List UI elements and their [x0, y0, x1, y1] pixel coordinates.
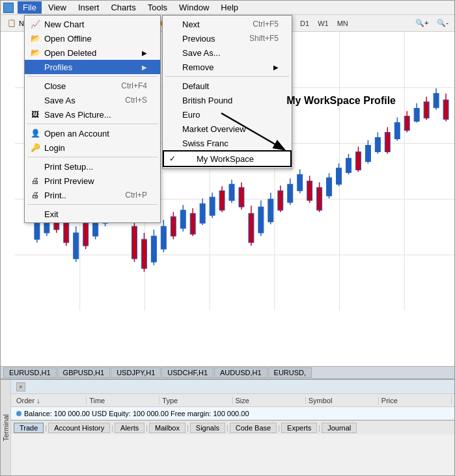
menu-file[interactable]: File: [18, 1, 42, 14]
profiles-submenu: Next Ctrl+F5 Previous Shift+F5 Save As..…: [162, 15, 292, 169]
col-type: Type: [159, 397, 232, 404]
tab-code-base[interactable]: Code Base: [230, 423, 277, 433]
app-window: File View Insert Charts Tools Window Hel…: [0, 0, 455, 476]
menu-new-chart[interactable]: 📈 New Chart: [25, 17, 160, 31]
menu-help[interactable]: Help: [215, 1, 243, 14]
workspace-icon: [182, 153, 193, 164]
tab-trade[interactable]: Trade: [14, 423, 44, 433]
workspace-check-icon: ✓: [169, 154, 176, 163]
profiles-default[interactable]: Default: [163, 79, 292, 93]
profiles-previous-shortcut: Shift+F5: [236, 34, 279, 43]
tab-journal[interactable]: Journal: [322, 423, 357, 433]
menu-save-as-picture[interactable]: 🖼 Save As Picture...: [25, 107, 160, 122]
menu-insert[interactable]: Insert: [73, 1, 105, 14]
print-shortcut: Ctrl+P: [112, 191, 147, 200]
tab-mailbox[interactable]: Mailbox: [149, 423, 186, 433]
profiles-british-pound[interactable]: British Pound: [163, 93, 292, 107]
close-shortcut: Ctrl+F4: [108, 81, 147, 90]
table-header: Order ↓ Time Type Size Symbol Price: [11, 394, 454, 407]
save-as-label: Save As: [44, 96, 76, 105]
chart-tab-usdjpy-h1[interactable]: USDJPY,H1: [111, 367, 161, 378]
terminal-close-button[interactable]: ×: [16, 382, 25, 391]
terminal-panel: Terminal × Order ↓ Time Type Size Symbol…: [1, 379, 454, 475]
profiles-sep-1: [165, 76, 289, 77]
chart-tab-audusd-h1[interactable]: AUDUSD,H1: [214, 367, 268, 378]
profiles-next-label: Next: [182, 20, 200, 29]
menu-open-account[interactable]: 👤 Open an Account: [25, 126, 160, 140]
profiles-save-as-icon: [168, 47, 178, 58]
profiles-swiss-icon: [168, 138, 178, 148]
separator-1: [27, 76, 158, 77]
tab-signals[interactable]: Signals: [190, 423, 225, 433]
menu-profiles[interactable]: Profiles ▶: [25, 60, 160, 74]
menu-open-deleted[interactable]: 📂 Open Deleted ▶: [25, 46, 160, 60]
balance-row: Balance: 100 000.00 USD Equity: 100 000.…: [11, 407, 454, 420]
profiles-swiss-label: Swiss Franc: [182, 139, 228, 148]
new-order-icon: 📋: [7, 18, 17, 29]
exit-icon: [30, 209, 40, 219]
new-chart-label: New Chart: [44, 20, 84, 29]
exit-label: Exit: [44, 209, 59, 219]
menu-print-preview[interactable]: 🖨 Print Preview: [25, 174, 160, 188]
chart-tab-usdchf-h1[interactable]: USDCHF,H1: [161, 367, 214, 378]
timeframe-mn[interactable]: MN: [334, 18, 352, 29]
menu-open-offline[interactable]: 📂 Open Offline: [25, 31, 160, 46]
print-setup-label: Print Setup...: [44, 162, 93, 172]
profiles-arrow: ▶: [142, 64, 147, 71]
print-setup-icon: [30, 161, 40, 172]
open-offline-label: Open Offline: [44, 34, 92, 44]
menu-save-as[interactable]: Save As Ctrl+S: [25, 93, 160, 107]
login-icon: 🔑: [30, 142, 40, 153]
col-price: Price: [379, 397, 452, 404]
menu-print-setup[interactable]: Print Setup...: [25, 159, 160, 174]
profiles-save-as[interactable]: Save As...: [163, 46, 292, 60]
profiles-previous-label: Previous: [182, 34, 215, 44]
separator-3: [27, 157, 158, 157]
menu-close[interactable]: Close Ctrl+F4: [25, 79, 160, 93]
menu-charts[interactable]: Charts: [105, 1, 141, 14]
profiles-euro[interactable]: Euro: [163, 107, 292, 122]
profiles-bp-label: British Pound: [182, 96, 232, 105]
menu-login[interactable]: 🔑 Login: [25, 140, 160, 155]
chart-tab-eurusd-2[interactable]: EURUSD,: [268, 367, 312, 378]
menubar: File View Insert Charts Tools Window Hel…: [1, 1, 454, 15]
menu-window[interactable]: Window: [174, 1, 214, 14]
menu-tools[interactable]: Tools: [143, 1, 172, 14]
chart-tab-gbpusd-h1[interactable]: GBPUSD,H1: [57, 367, 111, 378]
menu-view[interactable]: View: [43, 1, 72, 14]
open-account-label: Open an Account: [44, 129, 109, 139]
tab-alerts[interactable]: Alerts: [115, 423, 145, 433]
print-icon: 🖨: [30, 190, 40, 200]
zoom-in-button[interactable]: 🔍+: [412, 16, 432, 31]
save-picture-icon: 🖼: [30, 109, 40, 120]
chart-tab-eurusd-h1[interactable]: EURUSD,H1: [3, 367, 57, 378]
save-as-icon: [30, 95, 40, 105]
tab-account-history[interactable]: Account History: [48, 423, 110, 433]
profiles-label: Profiles: [44, 62, 72, 72]
new-chart-icon: 📈: [30, 19, 40, 29]
timeframe-d1[interactable]: D1: [297, 18, 312, 29]
zoom-out-button[interactable]: 🔍-: [434, 16, 452, 31]
status-tabs-row: Trade | Account History | Alerts | Mailb…: [11, 420, 454, 434]
menu-exit[interactable]: Exit: [25, 207, 160, 221]
terminal-header: ×: [11, 380, 454, 394]
profiles-previous[interactable]: Previous Shift+F5: [163, 31, 292, 46]
profiles-remove[interactable]: Remove ▶: [163, 60, 292, 74]
chart-tabs-row: EURUSD,H1 GBPUSD,H1 USDJPY,H1 USDCHF,H1 …: [1, 366, 454, 379]
col-symbol: Symbol: [306, 397, 379, 404]
print-preview-icon: 🖨: [30, 176, 40, 186]
profiles-next[interactable]: Next Ctrl+F5: [163, 17, 292, 31]
profiles-swiss-franc[interactable]: Swiss Franc: [163, 136, 292, 150]
profiles-next-shortcut: Ctrl+F5: [240, 20, 279, 29]
close-file-icon: [30, 81, 40, 91]
app-logo: [3, 3, 14, 13]
profiles-my-workspace[interactable]: ✓ My WorkSpace: [163, 150, 292, 167]
profiles-market-overview[interactable]: Market Overview: [163, 122, 292, 136]
open-deleted-label: Open Deleted: [44, 48, 96, 58]
tab-experts[interactable]: Experts: [281, 423, 317, 433]
profiles-next-icon: [168, 19, 178, 29]
profiles-bp-icon: [168, 95, 178, 105]
profiles-market-label: Market Overview: [182, 124, 246, 134]
timeframe-w1[interactable]: W1: [314, 18, 332, 29]
menu-print[interactable]: 🖨 Print.. Ctrl+P: [25, 188, 160, 202]
